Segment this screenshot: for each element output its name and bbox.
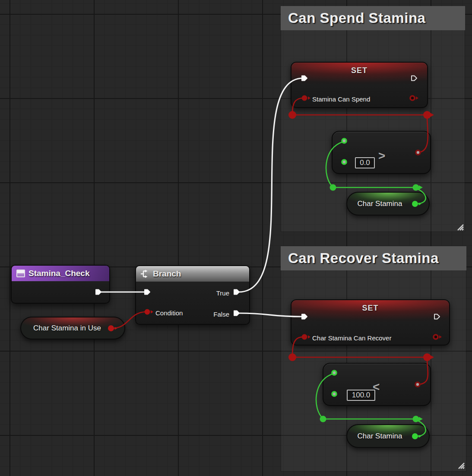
char-stamina-top-out-pin[interactable] (412, 200, 423, 207)
resize-handle-icon[interactable] (454, 221, 465, 232)
set-spend-value-in-pin[interactable] (301, 95, 312, 102)
char-stamina-bottom-out-pin[interactable] (412, 433, 423, 440)
true-pin-label: True (216, 289, 229, 297)
set-recover-value-out-pin[interactable] (432, 333, 443, 340)
comment-title-bar[interactable]: Can Spend Stamina (281, 6, 465, 30)
node-title: Stamina_Check (29, 269, 90, 278)
node-title: SET (291, 304, 449, 313)
variable-pin-label: Stamina Can Spend (312, 95, 370, 103)
set-recover-exec-out-pin[interactable] (433, 313, 441, 321)
branch-node-header[interactable]: Branch (136, 266, 249, 282)
node-title: SET (291, 66, 427, 75)
variable-label: Char Stamina in Use (33, 324, 101, 333)
char-stamina-in-use-out-pin[interactable] (108, 325, 119, 332)
greater-than-operator: > (378, 150, 385, 162)
less-than-input-a-pin[interactable] (331, 369, 338, 376)
resize-handle-icon[interactable] (455, 460, 466, 470)
variable-label: Char Stamina (358, 432, 402, 441)
variable-label: Char Stamina (358, 200, 402, 208)
greater-than-input-b-pin[interactable] (341, 159, 348, 165)
greater-than-input-a-pin[interactable] (341, 137, 348, 144)
branch-icon (140, 269, 150, 279)
branch-true-exec-pin[interactable] (233, 288, 241, 296)
compare-value-input[interactable] (355, 157, 375, 168)
node-event-stamina-check[interactable]: Stamina_Check (11, 265, 110, 304)
branch-condition-pin[interactable] (144, 308, 155, 315)
event-node-header[interactable]: Stamina_Check (12, 266, 109, 281)
set-spend-exec-in-pin[interactable] (301, 74, 308, 82)
node-set-char-stamina-can-recover[interactable]: SET Char Stamina Can Recover (291, 299, 450, 346)
branch-false-exec-pin[interactable] (233, 309, 241, 317)
node-title: Branch (153, 269, 181, 279)
set-spend-value-out-pin[interactable] (409, 95, 420, 102)
comment-title-bar[interactable]: Can Recover Stamina (281, 246, 466, 270)
event-exec-out-pin[interactable] (95, 288, 102, 296)
comment-title: Can Recover Stamina (288, 250, 439, 267)
greater-than-result-pin[interactable] (415, 149, 421, 156)
branch-exec-in-pin[interactable] (143, 288, 151, 296)
variable-pin-label: Char Stamina Can Recover (312, 334, 391, 342)
comment-title: Can Spend Stamina (288, 10, 425, 26)
blueprint-canvas[interactable]: Can Spend Stamina Can Recover Stamina (0, 0, 472, 476)
less-than-operator: < (373, 381, 380, 393)
false-pin-label: False (213, 311, 229, 318)
set-recover-exec-in-pin[interactable] (301, 313, 308, 321)
set-recover-value-in-pin[interactable] (301, 333, 312, 340)
condition-pin-label: Condition (155, 309, 183, 317)
set-spend-exec-out-pin[interactable] (410, 74, 418, 82)
custom-event-icon (16, 270, 25, 277)
compare-value-input[interactable] (347, 390, 375, 401)
less-than-result-pin[interactable] (414, 381, 421, 388)
less-than-input-b-pin[interactable] (331, 390, 338, 397)
